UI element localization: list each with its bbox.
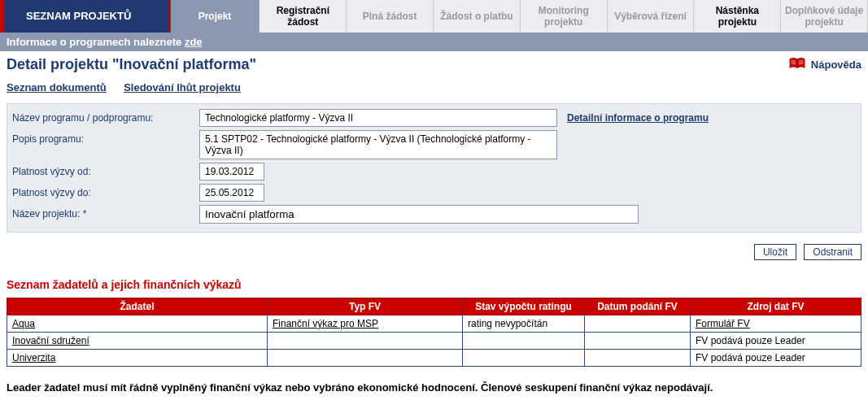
tab-projekt[interactable]: Projekt [171, 0, 260, 33]
cell-applicant-link[interactable]: Inovační sdružení [12, 335, 89, 346]
tab-nastenka-projektu[interactable]: Nástěnka projektu [694, 0, 781, 33]
button-row: Uložit Odstranit [7, 244, 861, 260]
label-program-name: Název programu / podprogramu: [12, 109, 199, 124]
cell-submit-date [585, 315, 691, 333]
tab-bar: SEZNAM PROJEKTŮ Projekt Registrační žádo… [0, 0, 868, 33]
tab-monitoring-projektu[interactable]: Monitoring projektu [521, 0, 608, 33]
link-seznam-dokumentu[interactable]: Seznam dokumentů [7, 81, 107, 94]
cell-applicant: Aqua [7, 315, 268, 333]
tab-vyberova-rizeni[interactable]: Výběrová řízení [608, 0, 695, 33]
col-fv-type: Typ FV [268, 298, 463, 315]
cell-fv-type [268, 333, 463, 350]
tab-registracni-zadost[interactable]: Registrační žádost [260, 0, 347, 33]
col-fv-source: Zdroj dat FV [691, 298, 861, 315]
help-label: Nápověda [811, 59, 861, 71]
applicants-table: Žadatel Typ FV Stav výpočtu ratingu Datu… [7, 298, 861, 367]
cell-rating-status [463, 350, 585, 367]
value-program-desc: 5.1 SPTP02 - Technologické platformy - V… [199, 130, 557, 159]
applicants-heading: Seznam žadatelů a jejich finančních výka… [7, 278, 861, 291]
cell-rating-status [463, 333, 585, 350]
cell-applicant: Inovační sdružení [7, 333, 268, 350]
label-program-desc: Popis programu: [12, 130, 199, 145]
info-bar-link[interactable]: zde [185, 36, 203, 48]
tab-seznam-projektu[interactable]: SEZNAM PROJEKTŮ [0, 0, 171, 33]
link-sledovani-lhut[interactable]: Sledování lhůt projektu [124, 81, 241, 94]
help-book-icon [788, 56, 806, 73]
table-row: UniverzitaFV podává pouze Leader [7, 350, 861, 367]
page-title: Detail projektu "Inovační platforma" [7, 56, 256, 73]
tab-doplnkove-udaje[interactable]: Doplňkové údaje projektu [781, 0, 868, 33]
form-area: Název programu / podprogramu: Technologi… [7, 103, 861, 233]
tab-zadost-o-platbu[interactable]: Žádost o platbu [434, 0, 521, 33]
label-project-name: Název projektu: * [12, 205, 199, 220]
cell-rating-status: rating nevypočítán [463, 315, 585, 333]
cell-submit-date [585, 350, 691, 367]
info-bar-text: Informace o programech naleznete [7, 36, 185, 48]
info-bar: Informace o programech naleznete zde [0, 33, 868, 51]
sublinks: Seznam dokumentů Sledování lhůt projektu [7, 81, 861, 94]
label-valid-from: Platnost výzvy od: [12, 163, 199, 177]
value-program-name: Technologické platformy - Výzva II [199, 109, 557, 127]
cell-fv-source: FV podává pouze Leader [691, 350, 861, 367]
cell-fv-type [268, 350, 463, 367]
save-button[interactable]: Uložit [754, 244, 796, 260]
cell-fv-type: Finanční výkaz pro MSP [268, 315, 463, 333]
table-row: AquaFinanční výkaz pro MSPrating nevypoč… [7, 315, 861, 333]
delete-button[interactable]: Odstranit [804, 244, 861, 260]
col-rating-status: Stav výpočtu ratingu [463, 298, 585, 315]
cell-applicant-link[interactable]: Aqua [12, 318, 35, 329]
value-valid-to: 25.05.2012 [199, 184, 264, 202]
cell-applicant-link[interactable]: Univerzita [12, 352, 55, 363]
cell-fv-source-link[interactable]: Formulář FV [696, 318, 750, 329]
cell-submit-date [585, 333, 691, 350]
cell-fv-type-link[interactable]: Finanční výkaz pro MSP [273, 318, 378, 329]
table-row: Inovační sdruženíFV podává pouze Leader [7, 333, 861, 350]
help-link[interactable]: Nápověda [788, 56, 861, 73]
col-applicant: Žadatel [7, 298, 268, 315]
input-project-name[interactable] [199, 205, 639, 224]
link-program-detail[interactable]: Detailní informace o programu [567, 109, 709, 124]
value-valid-from: 19.03.2012 [199, 163, 264, 181]
cell-applicant: Univerzita [7, 350, 268, 367]
footnote: Leader žadatel musí mít řádně vyplněný f… [7, 381, 861, 394]
tab-plna-zadost[interactable]: Plná žádost [347, 0, 434, 33]
cell-fv-source: Formulář FV [691, 315, 861, 333]
label-valid-to: Platnost výzvy do: [12, 184, 199, 198]
col-submit-date: Datum podání FV [585, 298, 691, 315]
cell-fv-source: FV podává pouze Leader [691, 333, 861, 350]
